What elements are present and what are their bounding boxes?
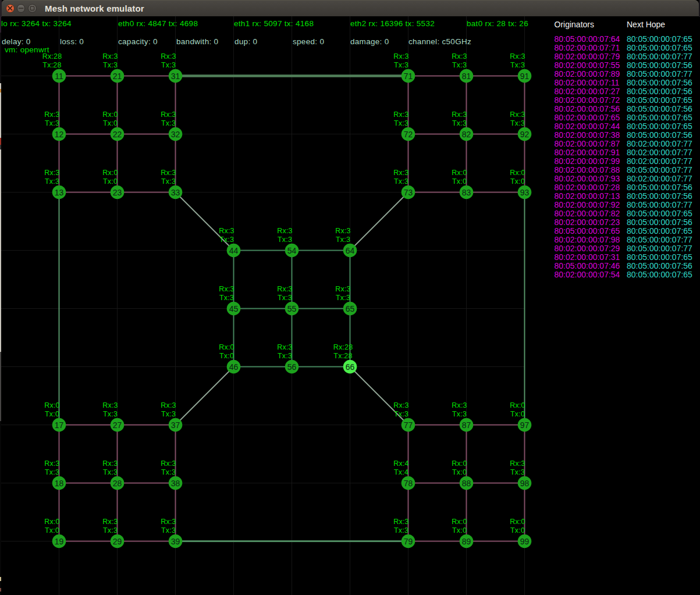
svg-text:Rx:3: Rx:3	[510, 111, 525, 119]
svg-text:80:02:00:00:07:99: 80:02:00:00:07:99	[555, 156, 620, 166]
svg-text:Rx:3: Rx:3	[393, 518, 409, 526]
svg-text:Rx:3: Rx:3	[102, 52, 118, 60]
svg-text:Rx:0: Rx:0	[44, 518, 60, 526]
svg-text:Tx:0: Tx:0	[103, 119, 118, 127]
svg-text:80:02:00:00:07:71: 80:02:00:00:07:71	[555, 43, 620, 52]
svg-text:Tx:3: Tx:3	[452, 61, 467, 69]
svg-text:80:05:00:00:07:65: 80:05:00:00:07:65	[555, 226, 620, 236]
svg-text:80:05:00:00:07:56: 80:05:00:00:07:56	[627, 261, 692, 270]
svg-text:80:05:00:00:07:65: 80:05:00:00:07:65	[627, 209, 692, 218]
svg-text:Tx:3: Tx:3	[394, 119, 408, 127]
svg-text:80:02:00:00:07:88: 80:02:00:00:07:88	[555, 165, 620, 174]
svg-text:Tx:0: Tx:0	[45, 410, 59, 418]
svg-text:13: 13	[55, 188, 64, 197]
svg-text:81: 81	[462, 72, 471, 81]
svg-text:28: 28	[113, 479, 122, 488]
svg-text:38: 38	[171, 479, 180, 488]
svg-text:80:02:00:00:07:23: 80:02:00:00:07:23	[555, 218, 620, 227]
svg-text:Tx:0: Tx:0	[45, 526, 59, 535]
svg-text:80:02:00:00:07:89: 80:02:00:00:07:89	[555, 69, 620, 79]
svg-text:capacity: 0: capacity: 0	[118, 37, 158, 46]
svg-text:Rx:4: Rx:4	[393, 459, 409, 468]
svg-text:64: 64	[346, 246, 355, 255]
svg-text:Tx:3: Tx:3	[336, 236, 350, 244]
svg-text:80:02:00:00:07:72: 80:02:00:00:07:72	[555, 95, 620, 105]
svg-text:80:05:00:00:07:46: 80:05:00:00:07:46	[555, 261, 620, 270]
svg-text:80:05:00:00:07:77: 80:05:00:00:07:77	[627, 52, 692, 61]
svg-text:80:02:00:00:07:92: 80:02:00:00:07:92	[555, 200, 620, 209]
svg-text:Tx:3: Tx:3	[510, 468, 525, 476]
svg-text:39: 39	[171, 537, 180, 546]
svg-text:Tx:0: Tx:0	[452, 526, 467, 535]
svg-text:Tx:3: Tx:3	[336, 294, 350, 302]
svg-text:Tx:3: Tx:3	[278, 294, 292, 302]
svg-text:Rx:3: Rx:3	[510, 459, 525, 468]
svg-text:Rx:0: Rx:0	[510, 518, 525, 526]
svg-text:80:02:00:00:07:31: 80:02:00:00:07:31	[555, 252, 620, 262]
svg-text:46: 46	[229, 362, 239, 372]
svg-text:Rx:3: Rx:3	[102, 401, 118, 409]
svg-text:Rx:0: Rx:0	[44, 401, 60, 409]
svg-text:80:02:00:00:07:77: 80:02:00:00:07:77	[627, 156, 692, 166]
svg-text:80:02:00:00:07:27: 80:02:00:00:07:27	[555, 87, 620, 96]
svg-text:80:05:00:00:07:56: 80:05:00:00:07:56	[627, 87, 692, 96]
svg-text:Rx:0: Rx:0	[452, 459, 467, 468]
svg-text:80:02:00:00:07:79: 80:02:00:00:07:79	[555, 52, 620, 61]
svg-text:Rx:3: Rx:3	[335, 227, 351, 235]
svg-text:Rx:3: Rx:3	[393, 111, 409, 119]
svg-text:80:05:00:00:07:65: 80:05:00:00:07:65	[627, 270, 692, 279]
svg-text:delay: 0: delay: 0	[2, 37, 31, 46]
svg-text:Tx:3: Tx:3	[278, 236, 292, 244]
svg-text:56: 56	[287, 362, 297, 372]
svg-text:Rx:3: Rx:3	[510, 52, 525, 60]
svg-text:80:02:00:00:07:87: 80:02:00:00:07:87	[555, 139, 620, 148]
svg-text:Tx:0: Tx:0	[510, 526, 525, 535]
svg-text:22: 22	[113, 130, 122, 139]
svg-text:80:05:00:00:07:65: 80:05:00:00:07:65	[627, 34, 692, 44]
svg-text:Rx:3: Rx:3	[44, 111, 60, 119]
svg-text:Tx:0: Tx:0	[510, 177, 525, 186]
svg-text:80:02:00:00:07:77: 80:02:00:00:07:77	[627, 139, 692, 148]
svg-text:80:02:00:00:07:54: 80:02:00:00:07:54	[555, 270, 620, 279]
svg-text:80:05:00:00:07:77: 80:05:00:00:07:77	[627, 200, 692, 209]
svg-text:80:02:00:00:07:11: 80:02:00:00:07:11	[555, 78, 620, 87]
svg-text:Tx:3: Tx:3	[161, 119, 176, 127]
svg-text:Tx:3: Tx:3	[394, 410, 408, 418]
svg-text:44: 44	[229, 246, 239, 255]
svg-text:Tx:3: Tx:3	[103, 410, 118, 418]
svg-text:Tx:0: Tx:0	[510, 410, 525, 418]
svg-text:Rx:3: Rx:3	[393, 169, 409, 177]
svg-text:Tx:3: Tx:3	[161, 468, 176, 476]
svg-text:11: 11	[55, 72, 63, 81]
svg-text:bat0 rx: 28 tx: 26: bat0 rx: 28 tx: 26	[467, 19, 528, 28]
svg-text:Rx:0: Rx:0	[102, 111, 118, 119]
svg-text:loss: 0: loss: 0	[60, 37, 84, 46]
svg-text:80:02:00:00:07:55: 80:02:00:00:07:55	[555, 60, 620, 70]
svg-text:Tx:3: Tx:3	[45, 177, 59, 186]
svg-text:Tx:3: Tx:3	[278, 352, 292, 360]
svg-text:80:02:00:00:07:38: 80:02:00:00:07:38	[555, 130, 620, 140]
svg-text:Tx:0: Tx:0	[452, 177, 467, 186]
svg-text:Tx:3: Tx:3	[161, 61, 176, 69]
svg-text:80:05:00:00:07:65: 80:05:00:00:07:65	[627, 226, 692, 236]
svg-text:80:05:00:00:07:56: 80:05:00:00:07:56	[627, 130, 692, 140]
svg-text:78: 78	[404, 479, 413, 488]
svg-text:Rx:3: Rx:3	[161, 169, 176, 177]
svg-text:80:02:00:00:07:13: 80:02:00:00:07:13	[555, 191, 620, 201]
svg-text:54: 54	[287, 246, 297, 255]
svg-text:Rx:3: Rx:3	[102, 459, 118, 468]
svg-text:12: 12	[55, 130, 64, 139]
svg-text:damage: 0: damage: 0	[350, 37, 389, 46]
svg-text:80:05:00:00:07:64: 80:05:00:00:07:64	[555, 34, 620, 44]
svg-text:channel: c50GHz: channel: c50GHz	[408, 37, 471, 46]
svg-text:82: 82	[462, 130, 471, 139]
svg-text:Tx:3: Tx:3	[452, 410, 467, 418]
svg-text:Tx:3: Tx:3	[45, 468, 59, 476]
svg-text:bandwith: 0: bandwith: 0	[176, 37, 218, 46]
svg-text:71: 71	[404, 72, 413, 81]
svg-text:80:02:00:00:07:91: 80:02:00:00:07:91	[555, 148, 620, 157]
svg-text:80:05:00:00:07:65: 80:05:00:00:07:65	[627, 122, 692, 131]
svg-text:31: 31	[171, 72, 180, 81]
svg-text:80:05:00:00:07:77: 80:05:00:00:07:77	[627, 165, 692, 174]
svg-text:eth2 rx: 16396 tx: 5532: eth2 rx: 16396 tx: 5532	[350, 19, 435, 28]
